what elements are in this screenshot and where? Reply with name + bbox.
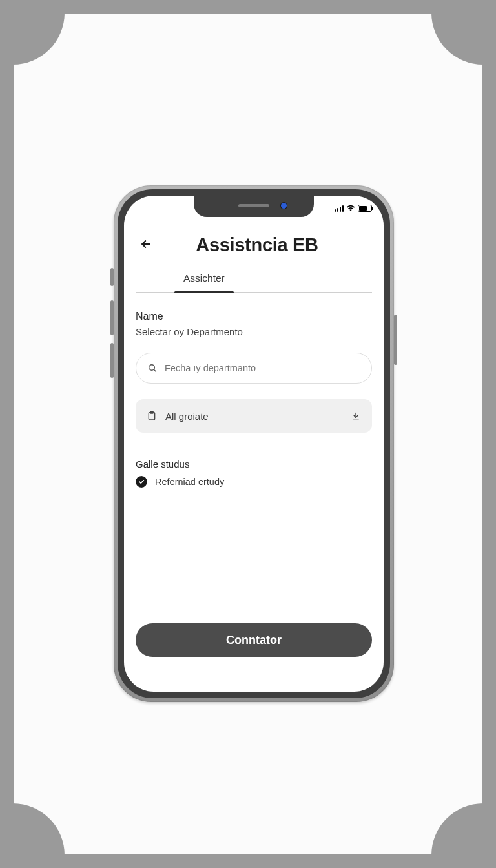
group-select-label: All groiate [165,411,342,422]
back-button[interactable] [136,235,156,256]
download-icon [350,410,362,422]
phone-device-frame: Assistncia EB Assichter Name Selectar oy… [114,185,394,702]
battery-icon [358,205,372,212]
name-field-label: Name [136,311,372,322]
clipboard-icon [146,410,158,422]
wifi-icon [346,205,355,212]
status-section: Galle studus Referniad ertudy [136,459,372,488]
canvas-corner [13,13,65,65]
phone-volume-down-button [110,343,114,378]
page-title: Assistncia EB [163,234,351,256]
submit-button[interactable]: Conntator [136,623,372,657]
phone-camera [281,203,287,209]
tab-label: Assichter [183,273,225,284]
check-circle-icon [136,476,147,488]
phone-screen: Assistncia EB Assichter Name Selectar oy… [124,196,384,692]
phone-silent-switch [110,268,114,286]
phone-volume-up-button [110,300,114,335]
search-icon [147,362,158,374]
phone-speaker [238,204,269,207]
canvas-corner [13,803,65,855]
screen-content: Assistncia EB Assichter Name Selectar oy… [124,223,384,692]
screen-header: Assistncia EB [136,223,372,262]
group-select[interactable]: All groiate [136,399,372,433]
phone-power-button [394,315,397,365]
phone-notch [194,196,314,217]
search-input[interactable] [165,363,361,373]
submit-button-label: Conntator [226,634,282,646]
name-field-subtext: Selectar oy Departmento [136,326,372,337]
status-bar [335,205,373,212]
search-input-container[interactable] [136,353,372,384]
canvas-corner [431,13,483,65]
mockup-canvas: Assistncia EB Assichter Name Selectar oy… [14,14,482,854]
status-heading: Galle studus [136,459,372,470]
cellular-signal-icon [335,205,344,212]
status-option-label: Referniad ertudy [155,477,224,487]
arrow-left-icon [140,238,152,253]
tab-bar: Assichter [136,273,372,293]
canvas-corner [431,803,483,855]
status-option-row[interactable]: Referniad ertudy [136,476,372,488]
tab-assichter[interactable]: Assichter [178,273,230,292]
phone-bezel: Assistncia EB Assichter Name Selectar oy… [118,189,390,698]
